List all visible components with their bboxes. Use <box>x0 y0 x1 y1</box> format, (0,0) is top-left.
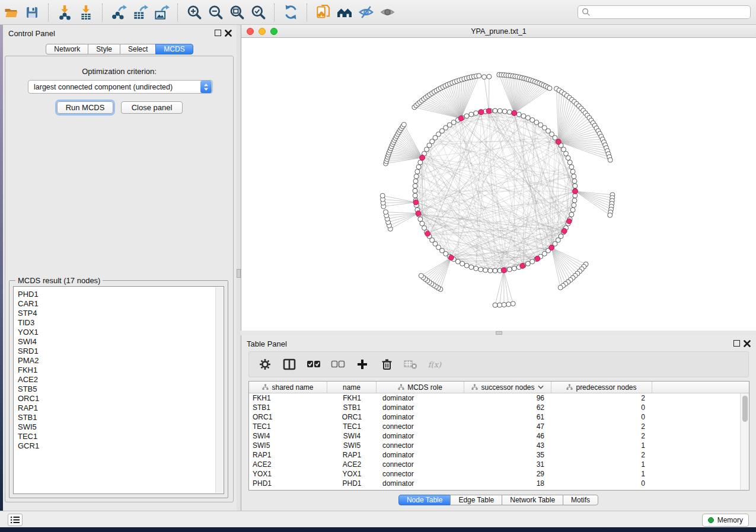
namespace-icon <box>262 384 269 390</box>
result-node-item[interactable]: TID3 <box>18 318 224 328</box>
namespace-icon <box>566 384 573 390</box>
column-header-mcds-role[interactable]: MCDS role <box>377 382 464 393</box>
export-table-button[interactable] <box>129 2 151 23</box>
close-panel-icon[interactable] <box>225 30 232 37</box>
open-session-button[interactable] <box>0 2 21 23</box>
close-panel-button[interactable]: Close panel <box>121 101 183 114</box>
tab-network-table[interactable]: Network Table <box>502 495 563 505</box>
zoom-out-button[interactable] <box>205 2 226 23</box>
tab-motifs[interactable]: Motifs <box>563 495 598 505</box>
tab-select[interactable]: Select <box>120 44 156 55</box>
show-details-button[interactable] <box>377 2 398 23</box>
result-node-item[interactable]: CAR1 <box>18 299 224 309</box>
network-canvas[interactable] <box>241 38 756 331</box>
column-header-predecessor-nodes[interactable]: predecessor nodes <box>551 382 652 393</box>
hide-details-button[interactable] <box>355 2 377 23</box>
float-panel-icon[interactable] <box>215 30 221 36</box>
export-image-button[interactable] <box>151 2 172 23</box>
splitter-grip[interactable] <box>237 269 241 278</box>
tab-network[interactable]: Network <box>46 44 88 55</box>
network-titlebar[interactable]: YPA_prune.txt_1 <box>241 25 756 38</box>
result-node-item[interactable]: STP4 <box>18 309 224 318</box>
table-scrollbar[interactable] <box>740 393 749 490</box>
cell-successor-nodes: 47 <box>464 422 551 431</box>
optimization-criterion-select[interactable]: largest connected component (undirected) <box>28 80 213 94</box>
result-node-item[interactable]: RAP1 <box>18 403 224 413</box>
select-all-button[interactable] <box>306 357 321 372</box>
result-node-item[interactable]: PMA2 <box>18 356 224 366</box>
table-panel-title: Table Panel <box>247 339 287 348</box>
export-network-icon <box>111 4 127 20</box>
refresh-button[interactable] <box>280 2 301 23</box>
run-mcds-button[interactable]: Run MCDS <box>57 101 113 114</box>
cell-predecessor-nodes: 0 <box>551 479 652 488</box>
tab-style[interactable]: Style <box>88 44 120 55</box>
column-header-shared-name[interactable]: shared name <box>249 382 327 393</box>
toolbar-separator <box>274 4 275 21</box>
result-node-item[interactable]: ORC1 <box>18 394 224 403</box>
delete-column-button[interactable] <box>379 357 394 372</box>
result-node-item[interactable]: SWI5 <box>18 422 224 432</box>
result-node-item[interactable]: STB5 <box>18 384 224 394</box>
vertical-splitter[interactable] <box>237 25 241 511</box>
result-node-item[interactable]: FKH1 <box>18 366 224 375</box>
result-node-item[interactable]: SRD1 <box>18 347 224 356</box>
table-mode-button[interactable] <box>282 357 297 372</box>
import-table-button[interactable] <box>75 2 97 23</box>
splitter-grip[interactable] <box>496 331 502 335</box>
tab-edge-table[interactable]: Edge Table <box>450 495 502 505</box>
result-node-item[interactable]: SWI4 <box>18 337 224 347</box>
table-row[interactable]: RAP1RAP1dominator352 <box>249 450 740 460</box>
table-row[interactable]: PHD1PHD1dominator180 <box>249 479 740 488</box>
table-settings-button[interactable] <box>257 357 273 372</box>
save-session-button[interactable] <box>21 2 43 23</box>
horizontal-splitter[interactable] <box>241 331 756 335</box>
table-row[interactable]: SWI4SWI4dominator462 <box>249 431 740 441</box>
mcds-result-list[interactable]: PHD1CAR1STP4TID3YOX1SWI4SRD1PMA2FKH1ACE2… <box>13 286 224 494</box>
table-toolbar: f(x) <box>248 351 749 377</box>
export-network-button[interactable] <box>108 2 129 23</box>
delete-table-button[interactable] <box>403 357 419 372</box>
tab-mcds[interactable]: MCDS <box>155 44 193 55</box>
mcds-tab-content: Optimization criterion: largest connecte… <box>5 56 234 502</box>
result-node-item[interactable]: YOX1 <box>18 328 224 337</box>
clone-network-button[interactable] <box>312 2 334 23</box>
memory-button[interactable]: Memory <box>702 514 749 527</box>
column-header-successor-nodes[interactable]: successor nodes <box>464 382 551 393</box>
zoom-fit-button[interactable] <box>226 2 247 23</box>
search-input[interactable] <box>591 7 747 18</box>
table-row[interactable]: SWI5SWI5connector431 <box>249 441 740 450</box>
task-history-button[interactable] <box>8 514 23 526</box>
result-node-item[interactable]: TEC1 <box>18 432 224 441</box>
result-node-item[interactable]: STB1 <box>18 413 224 422</box>
result-scrollbar[interactable] <box>215 287 223 493</box>
add-column-button[interactable] <box>355 357 370 372</box>
deselect-all-button[interactable] <box>330 357 346 372</box>
cell-mcds-role: dominator <box>377 403 464 412</box>
network-graph[interactable] <box>241 38 756 331</box>
cell-successor-nodes: 18 <box>464 479 551 488</box>
table-row[interactable]: STB1STB1dominator620 <box>249 403 740 412</box>
result-node-item[interactable]: PHD1 <box>18 290 224 299</box>
import-network-button[interactable] <box>54 2 75 23</box>
toolbar-separator <box>48 4 49 21</box>
zoom-in-button[interactable] <box>183 2 205 23</box>
tab-node-table[interactable]: Node Table <box>398 495 451 505</box>
zoom-selected-button[interactable] <box>247 2 269 23</box>
node-table: shared namenameMCDS rolesuccessor nodesp… <box>248 381 749 491</box>
close-panel-icon[interactable] <box>744 340 751 347</box>
table-row[interactable]: FKH1FKH1dominator962 <box>249 393 740 403</box>
result-node-item[interactable]: GCR1 <box>18 441 224 451</box>
float-panel-icon[interactable] <box>733 340 740 347</box>
cell-successor-nodes: 62 <box>464 403 551 412</box>
table-row[interactable]: ORC1ORC1dominator610 <box>249 412 740 422</box>
table-row[interactable]: TEC1TEC1connector472 <box>249 422 740 431</box>
table-row[interactable]: YOX1YOX1connector291 <box>249 469 740 479</box>
scrollbar-thumb[interactable] <box>742 396 748 422</box>
cell-shared-name: YOX1 <box>249 470 327 478</box>
column-header-name[interactable]: name <box>327 382 377 393</box>
result-node-item[interactable]: ACE2 <box>18 375 224 384</box>
table-row[interactable]: ACE2ACE2connector311 <box>249 460 740 469</box>
home-button[interactable] <box>334 2 355 23</box>
function-builder-button[interactable]: f(x) <box>428 357 443 372</box>
